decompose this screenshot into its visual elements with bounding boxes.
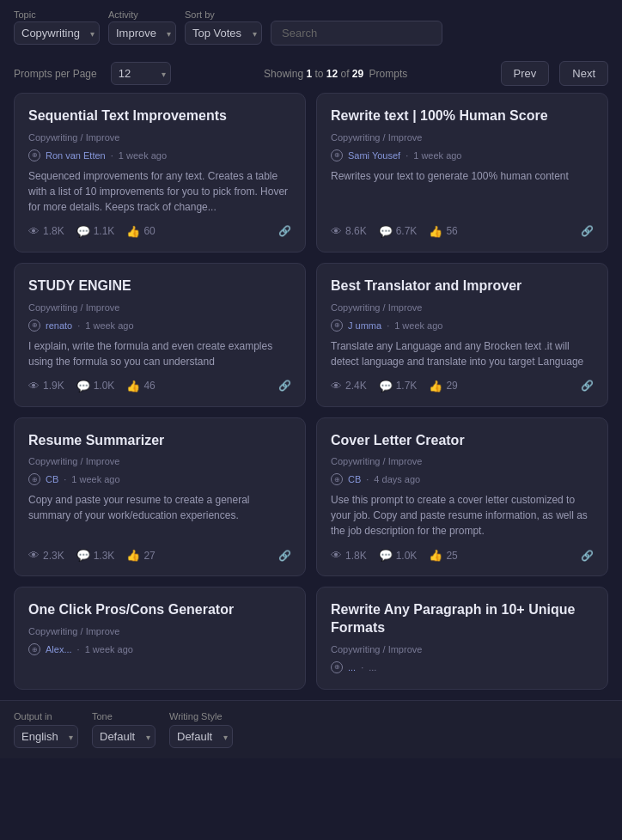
globe-icon-1: ⊕	[331, 149, 343, 161]
per-page-select[interactable]: 12	[111, 62, 171, 85]
like-icon-5: 👍	[429, 549, 442, 562]
globe-icon-7: ⊕	[331, 661, 343, 673]
card-2-author: ⊕ renato · 1 week ago	[28, 320, 291, 332]
like-icon-1: 👍	[429, 225, 442, 238]
card-0: Sequential Text Improvements Copywriting…	[14, 93, 306, 253]
card-2-dot: ·	[77, 320, 80, 331]
card-4-author: ⊕ CB · 1 week ago	[28, 473, 291, 485]
card-1-stats: 👁8.6K 💬6.7K 👍56 🔗	[331, 225, 594, 238]
card-6-title: One Click Pros/Cons Generator	[28, 601, 291, 619]
comment-icon-1: 💬	[379, 225, 393, 238]
card-3-time: 1 week ago	[394, 320, 442, 331]
card-2-stats: 👁1.9K 💬1.0K 👍46 🔗	[28, 380, 291, 393]
topic-select-wrapper[interactable]: Copywriting	[14, 21, 100, 45]
tone-select[interactable]: Default	[92, 725, 156, 748]
card-7-category: Copywriting / Improve	[331, 644, 594, 654]
output-select[interactable]: English	[14, 725, 78, 748]
sort-label: Sort by	[185, 9, 262, 20]
card-1-link[interactable]: 🔗	[581, 225, 594, 237]
card-0-category: Copywriting / Improve	[28, 132, 291, 143]
search-input[interactable]	[271, 21, 442, 46]
activity-filter: Activity Improve	[108, 9, 176, 45]
card-0-stats: 👁1.8K 💬1.1K 👍60 🔗	[28, 225, 291, 238]
card-6: One Click Pros/Cons Generator Copywritin…	[14, 587, 306, 690]
card-5-link[interactable]: 🔗	[581, 550, 594, 562]
card-2-link[interactable]: 🔗	[278, 380, 291, 392]
globe-icon-2: ⊕	[28, 320, 40, 332]
filter-bar: Topic Copywriting Activity Improve Sort …	[0, 0, 622, 54]
card-1-desc: Rewrites your text to generate 100% huma…	[331, 168, 594, 215]
next-button[interactable]: Next	[559, 61, 608, 86]
card-2-desc: I explain, write the formula and even cr…	[28, 338, 291, 369]
card-1-comments: 💬6.7K	[379, 225, 418, 238]
card-2-author-name: renato	[46, 320, 72, 331]
cards-grid: Sequential Text Improvements Copywriting…	[0, 93, 622, 700]
output-label: Output in	[14, 711, 78, 721]
card-4-views-count: 2.3K	[43, 550, 64, 562]
card-3-likes-count: 29	[446, 380, 457, 392]
eye-icon-0: 👁	[28, 225, 40, 238]
card-1-dot: ·	[406, 150, 408, 161]
style-select[interactable]: Default	[169, 725, 233, 748]
tone-label: Tone	[92, 711, 156, 721]
comment-icon-4: 💬	[76, 549, 90, 562]
card-3-comments-count: 1.7K	[396, 380, 418, 392]
card-3-views-count: 2.4K	[345, 380, 367, 392]
card-1-author-name: Sami Yousef	[348, 150, 400, 161]
card-4-time: 1 week ago	[71, 474, 119, 484]
topic-select[interactable]: Copywriting	[14, 21, 100, 45]
link-icon-3: 🔗	[581, 380, 594, 392]
card-3-stats: 👁2.4K 💬1.7K 👍29 🔗	[331, 380, 594, 393]
card-4-dot: ·	[64, 474, 66, 484]
activity-select-wrapper[interactable]: Improve	[108, 21, 176, 45]
card-1-title: Rewrite text | 100% Human Score	[331, 107, 594, 125]
card-0-author: ⊕ Ron van Etten · 1 week ago	[28, 149, 291, 161]
card-2-likes-count: 46	[143, 380, 155, 392]
card-1-category: Copywriting / Improve	[331, 132, 594, 143]
globe-icon-4: ⊕	[28, 473, 40, 485]
card-3-category: Copywriting / Improve	[331, 302, 594, 313]
card-0-author-name: Ron van Etten	[46, 150, 106, 161]
card-7-time: ...	[369, 662, 376, 673]
sort-select-wrapper[interactable]: Top Votes	[185, 21, 262, 45]
prev-button[interactable]: Prev	[501, 61, 550, 86]
activity-select[interactable]: Improve	[108, 21, 176, 45]
card-4-link[interactable]: 🔗	[278, 550, 291, 562]
card-0-comments-count: 1.1K	[94, 225, 115, 237]
card-7-dot: ·	[361, 662, 363, 673]
card-5-category: Copywriting / Improve	[331, 456, 594, 466]
sort-select[interactable]: Top Votes	[185, 21, 262, 45]
card-1-time: 1 week ago	[413, 150, 461, 161]
card-4-likes-count: 27	[143, 550, 155, 562]
comment-icon-3: 💬	[379, 380, 393, 393]
card-4-comments: 💬1.3K	[76, 549, 115, 562]
like-icon-3: 👍	[429, 380, 442, 393]
tone-select-wrapper[interactable]: Default	[92, 725, 156, 748]
card-3-link[interactable]: 🔗	[581, 380, 594, 392]
card-4-views: 👁2.3K	[28, 549, 64, 562]
showing-from: 1	[306, 68, 312, 80]
showing-total: 29	[352, 68, 363, 80]
card-1-author: ⊕ Sami Yousef · 1 week ago	[331, 149, 594, 161]
card-7-author-name: ...	[348, 662, 356, 673]
style-select-wrapper[interactable]: Default	[169, 725, 233, 748]
card-0-link[interactable]: 🔗	[278, 225, 291, 237]
like-icon-2: 👍	[126, 380, 140, 393]
card-7: Rewrite Any Paragraph in 10+ Unique Form…	[316, 587, 608, 690]
card-5-comments: 💬1.0K	[379, 549, 418, 562]
search-group	[271, 9, 608, 46]
output-select-wrapper[interactable]: English	[14, 725, 78, 748]
per-page-select-wrapper[interactable]: 12	[111, 62, 171, 85]
card-1-likes: 👍56	[429, 225, 457, 238]
globe-icon-5: ⊕	[331, 473, 343, 485]
eye-icon-3: 👁	[331, 380, 342, 393]
card-2-title: STUDY ENGINE	[28, 277, 291, 295]
link-icon-0: 🔗	[278, 225, 291, 237]
card-2-time: 1 week ago	[85, 320, 133, 331]
card-4-title: Resume Summarizer	[28, 432, 291, 450]
eye-icon-2: 👁	[28, 380, 40, 393]
card-2: STUDY ENGINE Copywriting / Improve ⊕ ren…	[14, 263, 306, 407]
tone-field: Tone Default	[92, 711, 156, 748]
showing-label: Showing	[264, 68, 303, 80]
card-4: Resume Summarizer Copywriting / Improve …	[14, 417, 306, 577]
